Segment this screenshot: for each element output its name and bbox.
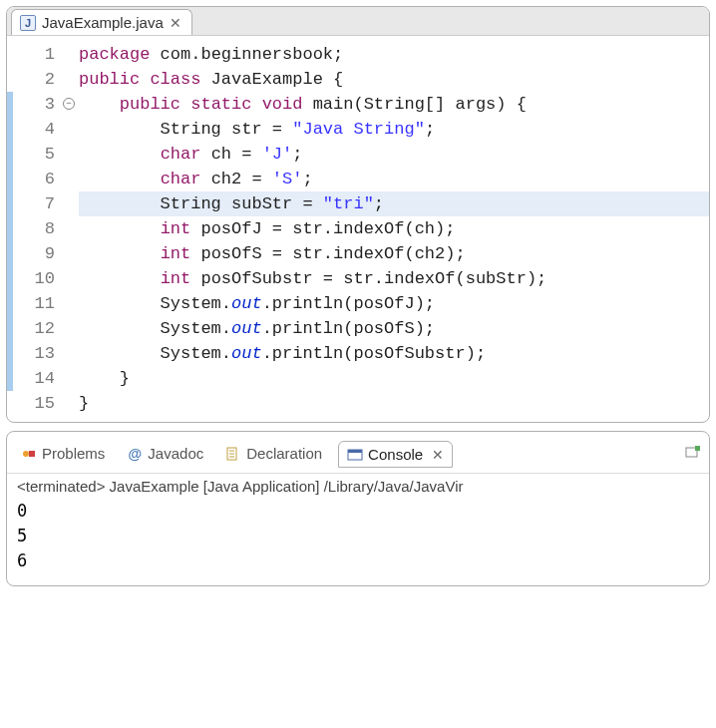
tab-javadoc[interactable]: @ Javadoc <box>121 443 209 464</box>
code-line: String str = "Java String"; <box>79 117 709 142</box>
line-number: 13 <box>29 341 59 366</box>
code-line: String subStr = "tri"; <box>79 191 709 216</box>
line-number: 4 <box>29 117 59 142</box>
line-number: 15 <box>29 391 59 416</box>
code-line: int posOfSubstr = str.indexOf(subStr); <box>79 266 709 291</box>
code-content[interactable]: package com.beginnersbook;public class J… <box>63 36 709 416</box>
tab-label: Declaration <box>246 445 322 462</box>
svg-rect-4 <box>348 450 362 453</box>
line-number: 2 <box>29 67 59 92</box>
line-number: 8 <box>29 216 59 241</box>
javadoc-icon: @ <box>127 446 143 462</box>
line-number: 14 <box>29 366 59 391</box>
tab-declaration[interactable]: Declaration <box>219 443 328 464</box>
close-icon[interactable]: ✕ <box>170 15 181 31</box>
code-line: } <box>79 366 709 391</box>
code-line: System.out.println(posOfS); <box>79 316 709 341</box>
svg-point-0 <box>23 451 29 457</box>
bottom-tab-bar: Problems @ Javadoc Declaration Console ✕ <box>7 438 709 474</box>
line-number: 10 <box>29 266 59 291</box>
svg-rect-6 <box>695 446 700 451</box>
line-number: 11 <box>29 291 59 316</box>
line-number: 5 <box>29 142 59 167</box>
close-icon[interactable]: ✕ <box>432 447 444 463</box>
tab-problems[interactable]: Problems <box>15 443 111 464</box>
console-status: <terminated> JavaExample [Java Applicati… <box>7 474 709 497</box>
code-line: public static void main(String[] args) { <box>79 92 709 117</box>
code-area: 123−456789101112131415 package com.begin… <box>7 36 709 422</box>
java-file-icon: J <box>20 15 36 31</box>
tab-console[interactable]: Console ✕ <box>338 441 453 468</box>
code-line: int posOfJ = str.indexOf(ch); <box>79 216 709 241</box>
console-line: 6 <box>17 548 699 573</box>
code-line: package com.beginnersbook; <box>79 42 709 67</box>
code-line: int posOfS = str.indexOf(ch2); <box>79 241 709 266</box>
tab-filename: JavaExample.java <box>42 14 164 31</box>
line-number: 9 <box>29 241 59 266</box>
tab-label: Problems <box>42 445 105 462</box>
line-number-gutter[interactable]: 123−456789101112131415 <box>29 36 63 416</box>
editor-tab[interactable]: J JavaExample.java ✕ <box>11 9 192 35</box>
console-icon <box>347 447 363 463</box>
line-number: 12 <box>29 316 59 341</box>
problems-icon <box>21 446 37 462</box>
bottom-panel: Problems @ Javadoc Declaration Console ✕… <box>6 431 710 586</box>
marker-column <box>7 36 29 416</box>
declaration-icon <box>225 446 241 462</box>
code-line: } <box>79 391 709 416</box>
line-number: 7 <box>29 191 59 216</box>
tab-label: Javadoc <box>148 445 203 462</box>
console-line: 0 <box>17 499 699 524</box>
line-number: 3 <box>29 92 59 117</box>
line-number: 1 <box>29 42 59 67</box>
code-line: char ch = 'J'; <box>79 142 709 167</box>
editor-panel: J JavaExample.java ✕ 123−456789101112131… <box>6 6 710 423</box>
code-line: public class JavaExample { <box>79 67 709 92</box>
code-line: char ch2 = 'S'; <box>79 167 709 191</box>
tab-label: Console <box>368 446 423 463</box>
console-action-icon[interactable] <box>685 444 701 463</box>
line-number: 6 <box>29 167 59 191</box>
code-line: System.out.println(posOfSubstr); <box>79 341 709 366</box>
console-output[interactable]: 056 <box>7 497 709 575</box>
svg-rect-1 <box>29 451 35 457</box>
console-line: 5 <box>17 524 699 548</box>
code-line: System.out.println(posOfJ); <box>79 291 709 316</box>
editor-tab-bar: J JavaExample.java ✕ <box>7 7 709 36</box>
